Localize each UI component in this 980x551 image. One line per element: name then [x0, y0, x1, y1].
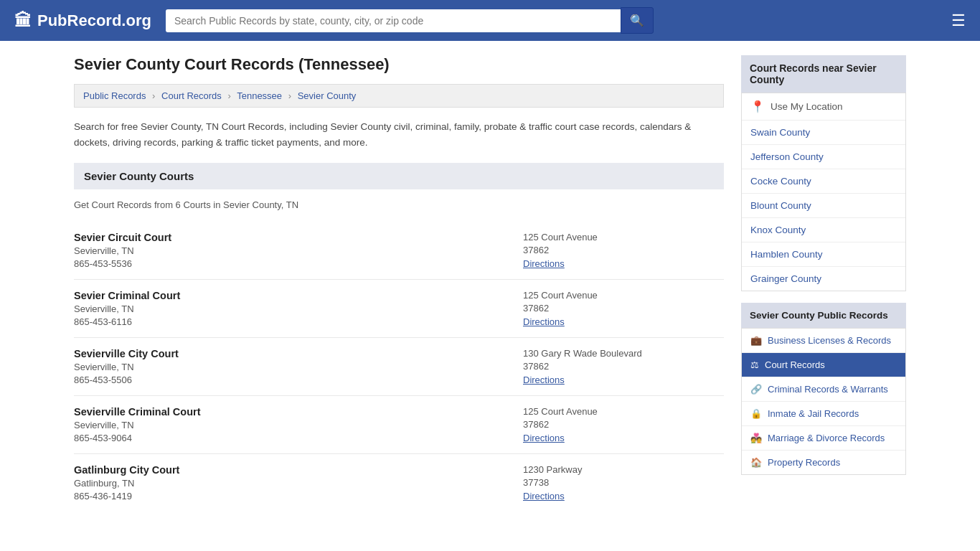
court-right-2: 130 Gary R Wade Boulevard 37862 Directio… [523, 348, 724, 385]
court-entry: Gatlinburg City Court Gatlinburg, TN 865… [74, 454, 724, 512]
court-address: 125 Court Avenue [523, 232, 724, 242]
hamburger-menu-button[interactable]: ☰ [951, 11, 966, 30]
court-left-3: Sevierville Criminal Court Sevierville, … [74, 406, 509, 443]
court-name: Sevier Circuit Court [74, 232, 509, 243]
court-city: Sevierville, TN [74, 362, 509, 372]
court-address: 1230 Parkway [523, 464, 724, 475]
record-label-3: Inmate & Jail Records [768, 408, 859, 419]
court-address: 130 Gary R Wade Boulevard [523, 348, 724, 359]
record-icon-2: 🔗 [750, 384, 762, 395]
use-location-label: Use My Location [771, 101, 843, 112]
record-icon-1: ⚖ [750, 359, 759, 370]
court-left-2: Sevierville City Court Sevierville, TN 8… [74, 348, 509, 385]
breadcrumb-sep-2: › [227, 90, 230, 101]
court-name: Sevierville City Court [74, 348, 509, 359]
sidebar-use-location[interactable]: 📍 Use My Location [742, 93, 905, 121]
sidebar-county-4[interactable]: Knox County [742, 218, 905, 242]
search-icon: 🔍 [630, 14, 644, 27]
court-entry: Sevier Criminal Court Sevierville, TN 86… [74, 280, 724, 338]
breadcrumb-court-records[interactable]: Court Records [161, 90, 222, 101]
page-container: Sevier County Court Records (Tennessee) … [60, 41, 920, 526]
sidebar-county-0[interactable]: Swain County [742, 121, 905, 145]
court-left-0: Sevier Circuit Court Sevierville, TN 865… [74, 232, 509, 269]
directions-link[interactable]: Directions [523, 375, 565, 385]
building-icon: 🏛 [14, 11, 32, 31]
court-right-3: 125 Court Avenue 37862 Directions [523, 406, 724, 443]
court-right-4: 1230 Parkway 37738 Directions [523, 464, 724, 501]
court-address: 125 Court Avenue [523, 290, 724, 301]
court-city: Sevierville, TN [74, 245, 509, 256]
directions-link[interactable]: Directions [523, 491, 565, 501]
breadcrumb: Public Records › Court Records › Tenness… [74, 84, 724, 108]
location-pin-icon: 📍 [750, 100, 765, 113]
record-label-1: Court Records [765, 359, 825, 370]
breadcrumb-sep-1: › [152, 90, 155, 101]
sidebar-county-2[interactable]: Cocke County [742, 169, 905, 194]
court-phone: 865-453-5506 [74, 375, 509, 385]
court-zip: 37862 [523, 245, 724, 255]
page-title: Sevier County Court Records (Tennessee) [74, 55, 724, 74]
record-label-0: Business Licenses & Records [768, 335, 891, 346]
hamburger-icon: ☰ [951, 11, 966, 29]
logo-text: PubRecord.org [37, 11, 151, 30]
record-label-4: Marriage & Divorce Records [768, 433, 885, 443]
header: 🏛 PubRecord.org 🔍 ☰ [0, 0, 980, 41]
court-entry: Sevierville City Court Sevierville, TN 8… [74, 338, 724, 396]
public-record-item-2[interactable]: 🔗Criminal Records & Warrants [742, 377, 905, 402]
court-phone: 865-453-9064 [74, 433, 509, 443]
court-address: 125 Court Avenue [523, 406, 724, 417]
public-records-items: 💼Business Licenses & Records⚖Court Recor… [742, 329, 905, 474]
court-city: Sevierville, TN [74, 303, 509, 314]
nearby-counties-list: Swain CountyJefferson CountyCocke County… [742, 121, 905, 291]
public-record-item-4[interactable]: 💑Marriage & Divorce Records [742, 426, 905, 451]
breadcrumb-public-records[interactable]: Public Records [83, 90, 146, 101]
section-header: Sevier County Courts [74, 163, 724, 189]
search-input[interactable] [166, 9, 621, 32]
sidebar-nearby-header: Court Records near Sevier County [741, 55, 906, 93]
court-city: Sevierville, TN [74, 420, 509, 430]
public-record-item-0[interactable]: 💼Business Licenses & Records [742, 329, 905, 353]
sidebar-county-6[interactable]: Grainger County [742, 267, 905, 291]
court-city: Gatlinburg, TN [74, 478, 509, 489]
court-phone: 865-453-5536 [74, 258, 509, 269]
sidebar-nearby-list: 📍 Use My Location Swain CountyJefferson … [741, 93, 906, 291]
court-name: Sevierville Criminal Court [74, 406, 509, 418]
main-content: Sevier County Court Records (Tennessee) … [74, 55, 724, 512]
public-record-item-3[interactable]: 🔒Inmate & Jail Records [742, 402, 905, 426]
public-record-item-1[interactable]: ⚖Court Records [742, 353, 905, 377]
search-button[interactable]: 🔍 [621, 7, 654, 34]
court-right-1: 125 Court Avenue 37862 Directions [523, 290, 724, 327]
courts-list: Sevier Circuit Court Sevierville, TN 865… [74, 222, 724, 512]
page-description: Search for free Sevier County, TN Court … [74, 119, 724, 150]
public-record-item-5[interactable]: 🏠Property Records [742, 451, 905, 474]
court-phone: 865-436-1419 [74, 491, 509, 501]
record-icon-5: 🏠 [750, 457, 762, 468]
breadcrumb-sep-3: › [288, 90, 291, 101]
sidebar-county-3[interactable]: Blount County [742, 194, 905, 218]
directions-link[interactable]: Directions [523, 258, 565, 269]
court-zip: 37862 [523, 361, 724, 372]
court-left-1: Sevier Criminal Court Sevierville, TN 86… [74, 290, 509, 327]
court-left-4: Gatlinburg City Court Gatlinburg, TN 865… [74, 464, 509, 501]
sidebar-county-5[interactable]: Hamblen County [742, 242, 905, 267]
site-logo[interactable]: 🏛 PubRecord.org [14, 11, 151, 31]
sidebar: Court Records near Sevier County 📍 Use M… [741, 55, 906, 512]
court-phone: 865-453-6116 [74, 316, 509, 327]
record-icon-3: 🔒 [750, 408, 762, 419]
directions-link[interactable]: Directions [523, 433, 565, 443]
directions-link[interactable]: Directions [523, 316, 565, 327]
record-label-5: Property Records [768, 457, 840, 468]
sidebar-county-1[interactable]: Jefferson County [742, 145, 905, 169]
court-zip: 37738 [523, 477, 724, 488]
breadcrumb-tennessee[interactable]: Tennessee [237, 90, 282, 101]
court-entry: Sevier Circuit Court Sevierville, TN 865… [74, 222, 724, 280]
breadcrumb-sevier-county[interactable]: Sevier County [298, 90, 357, 101]
court-name: Sevier Criminal Court [74, 290, 509, 301]
sidebar-public-records-header: Sevier County Public Records [741, 303, 906, 328]
record-icon-4: 💑 [750, 433, 762, 443]
court-name: Gatlinburg City Court [74, 464, 509, 476]
court-zip: 37862 [523, 303, 724, 314]
section-subtitle: Get Court Records from 6 Courts in Sevie… [74, 199, 724, 210]
court-right-0: 125 Court Avenue 37862 Directions [523, 232, 724, 269]
search-bar-wrapper: 🔍 [166, 7, 654, 34]
